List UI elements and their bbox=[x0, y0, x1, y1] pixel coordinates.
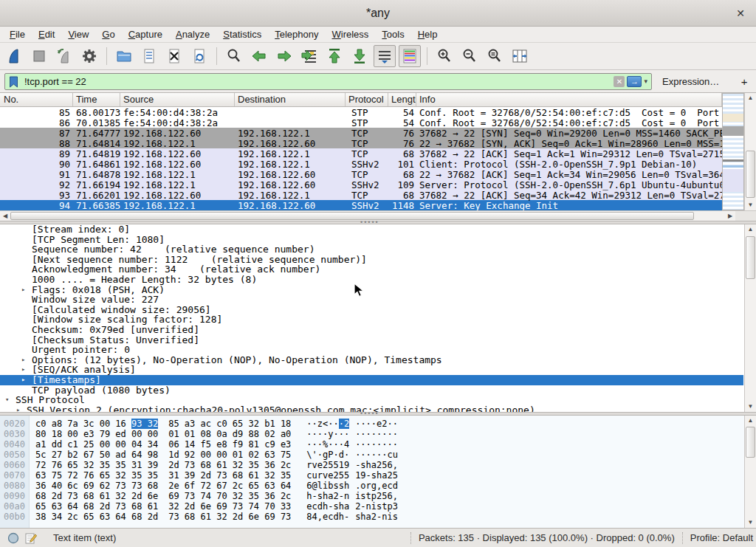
restart-capture-button[interactable] bbox=[53, 45, 75, 67]
expression-button[interactable]: Expression… bbox=[662, 76, 719, 87]
expand-arrow-icon[interactable] bbox=[21, 325, 32, 335]
capture-comment-icon[interactable] bbox=[25, 532, 37, 544]
menu-item[interactable]: Help bbox=[411, 27, 444, 43]
detail-line[interactable]: ▸Options: (12 bytes), No-Operation (NOP)… bbox=[0, 355, 756, 365]
column-header-destination[interactable]: Destination bbox=[235, 93, 346, 106]
hex-bytes[interactable]: 1d 92 00 00 01 02 63 75 bbox=[168, 450, 291, 460]
hex-ascii[interactable]: -sha256, bbox=[355, 460, 398, 470]
scroll-up-arrow[interactable]: ▲ bbox=[745, 224, 756, 235]
menu-item[interactable]: Analyze bbox=[169, 27, 216, 43]
hex-row[interactable]: 00a065 63 64 68 2d 73 68 6132 2d 6e 69 7… bbox=[0, 501, 398, 512]
packet-minimap[interactable] bbox=[722, 93, 744, 210]
expert-info-icon[interactable] bbox=[7, 532, 19, 544]
scrollbar-thumb[interactable] bbox=[746, 151, 755, 198]
hex-bytes[interactable]: 06 14 f5 e8 f9 81 c9 e3 bbox=[168, 439, 291, 450]
zoom-out-button[interactable] bbox=[458, 45, 481, 67]
expand-arrow-icon[interactable] bbox=[21, 244, 32, 255]
hex-bytes[interactable]: 85 a3 ac c0 65 32 b1 18 bbox=[168, 419, 291, 429]
hex-bytes-highlighted[interactable]: 93 32 bbox=[131, 419, 158, 429]
hex-row[interactable]: 008036 40 6c 69 62 73 73 682e 6f 72 67 2… bbox=[0, 481, 398, 491]
go-to-bottom-button[interactable] bbox=[348, 45, 371, 67]
reload-file-button[interactable] bbox=[188, 45, 210, 67]
start-capture-button[interactable] bbox=[3, 45, 25, 67]
expand-arrow-icon[interactable]: ▸ bbox=[21, 355, 32, 365]
hex-ascii[interactable]: ····e2·· bbox=[355, 419, 398, 429]
scroll-right-arrow[interactable]: ▶ bbox=[725, 211, 735, 221]
packet-row[interactable]: 93 71.662015274 192.168.122.60 192.168.1… bbox=[0, 190, 722, 200]
packet-row[interactable]: 85 68.001734936 fe:54:00:d4:38:2a STP 54… bbox=[0, 107, 722, 117]
detail-line[interactable]: [Checksum Status: Unverified] bbox=[0, 335, 756, 345]
hex-bytes[interactable]: 72 76 65 32 35 35 31 39 bbox=[35, 460, 158, 470]
menu-item[interactable]: Capture bbox=[122, 27, 169, 43]
detail-line[interactable]: [Window size scaling factor: 128] bbox=[0, 314, 756, 325]
hex-ascii[interactable]: ··z<·· bbox=[306, 419, 338, 429]
filter-bookmark-icon[interactable] bbox=[9, 76, 18, 91]
scrollbar-thumb[interactable] bbox=[10, 212, 694, 220]
packet-row[interactable]: 91 71.648789678 192.168.122.1 192.168.12… bbox=[0, 169, 722, 179]
expand-arrow-icon[interactable] bbox=[21, 264, 32, 275]
hex-row[interactable]: 003080 18 00 e3 79 ed 00 0001 01 08 0a d… bbox=[0, 429, 398, 439]
go-back-button[interactable] bbox=[248, 45, 270, 67]
hex-ascii[interactable]: .org,ecd bbox=[355, 481, 398, 491]
column-header-length[interactable]: Length bbox=[388, 93, 416, 106]
colorize-packets-button[interactable] bbox=[399, 45, 421, 67]
hex-bytes[interactable]: 73 68 61 32 2d 6e 69 73 bbox=[168, 512, 291, 522]
hex-bytes[interactable]: 32 2d 6e 69 73 74 70 33 bbox=[168, 501, 291, 512]
hex-bytes[interactable]: 5c 27 b2 67 50 ad 64 98 bbox=[35, 450, 158, 460]
hex-bytes[interactable]: 36 40 6c 69 62 73 73 68 bbox=[35, 481, 158, 491]
detail-line[interactable]: Acknowledgment number: 34 (relative ack … bbox=[0, 264, 756, 275]
zoom-in-button[interactable] bbox=[433, 45, 456, 67]
expand-arrow-icon[interactable]: ▸ bbox=[16, 405, 27, 412]
expand-arrow-icon[interactable]: ▸ bbox=[21, 285, 32, 295]
column-header-time[interactable]: Time bbox=[73, 93, 120, 106]
go-forward-button[interactable] bbox=[273, 45, 295, 67]
hex-ascii[interactable]: curve255 bbox=[306, 470, 349, 481]
detail-line[interactable]: TCP payload (1080 bytes) bbox=[0, 385, 756, 396]
expand-arrow-icon[interactable] bbox=[21, 345, 32, 355]
filter-clear-button[interactable]: ✕ bbox=[614, 76, 625, 87]
scroll-up-arrow[interactable]: ▲ bbox=[745, 416, 756, 426]
detail-line[interactable]: 1000 .... = Header Length: 32 bytes (8) bbox=[0, 275, 756, 285]
hex-ascii-highlighted[interactable]: ·2 bbox=[339, 419, 349, 429]
detail-line[interactable]: [TCP Segment Len: 1080] bbox=[0, 235, 756, 245]
hex-row[interactable]: 0040a1 dd c1 25 00 00 04 3406 14 f5 e8 f… bbox=[0, 439, 398, 450]
hex-bytes[interactable]: 69 73 74 70 32 35 36 2c bbox=[168, 491, 291, 501]
auto-scroll-button[interactable] bbox=[374, 45, 396, 67]
hex-bytes[interactable]: 2e 6f 72 67 2c 65 63 64 bbox=[168, 481, 291, 491]
expand-arrow-icon[interactable] bbox=[21, 235, 32, 245]
add-filter-button[interactable]: + bbox=[737, 75, 752, 88]
packet-row[interactable]: 88 71.648146932 192.168.122.1 192.168.12… bbox=[0, 138, 722, 148]
capture-options-button[interactable] bbox=[78, 45, 100, 67]
close-file-button[interactable] bbox=[163, 45, 185, 67]
column-header-info[interactable]: Info bbox=[416, 93, 722, 106]
scrollbar-thumb[interactable] bbox=[746, 236, 755, 279]
menu-item[interactable]: Telephony bbox=[268, 27, 325, 43]
open-file-button[interactable] bbox=[113, 45, 135, 67]
hex-row[interactable]: 006072 76 65 32 35 35 31 392d 73 68 61 3… bbox=[0, 460, 398, 470]
column-header-protocol[interactable]: Protocol bbox=[346, 93, 388, 106]
expand-arrow-icon[interactable] bbox=[21, 335, 32, 345]
hex-ascii[interactable]: ···%···4 bbox=[306, 439, 349, 450]
detail-line[interactable]: [Calculated window size: 29056] bbox=[0, 305, 756, 315]
expand-arrow-icon[interactable]: ▾ bbox=[5, 395, 16, 405]
stop-capture-button[interactable] bbox=[28, 45, 50, 67]
scroll-up-arrow[interactable]: ▲ bbox=[745, 93, 756, 103]
filter-history-dropdown[interactable]: ▾ bbox=[644, 78, 647, 85]
expand-arrow-icon[interactable] bbox=[21, 224, 32, 235]
scroll-down-arrow[interactable]: ▼ bbox=[745, 402, 756, 412]
menu-item[interactable]: Go bbox=[95, 27, 121, 43]
hex-ascii[interactable]: ········ bbox=[355, 439, 398, 450]
hex-ascii[interactable]: \'·gP·d· bbox=[306, 450, 349, 460]
resize-columns-button[interactable] bbox=[509, 45, 531, 67]
hex-bytes[interactable]: 01 01 08 0a d9 88 02 a0 bbox=[168, 429, 291, 439]
packet-row[interactable]: 92 71.661949820 192.168.122.1 192.168.12… bbox=[0, 179, 722, 190]
menu-item[interactable]: Edit bbox=[32, 27, 61, 43]
hex-ascii[interactable]: ecdh-sha bbox=[306, 501, 349, 512]
hex-bytes[interactable]: a1 dd c1 25 00 00 04 34 bbox=[35, 439, 158, 450]
packet-row[interactable]: 94 71.663856741 192.168.122.1 192.168.12… bbox=[0, 200, 722, 210]
expand-arrow-icon[interactable] bbox=[21, 305, 32, 315]
expand-arrow-icon[interactable] bbox=[21, 314, 32, 325]
packet-row[interactable]: 87 71.647777234 192.168.122.60 192.168.1… bbox=[0, 128, 722, 138]
menu-item[interactable]: File bbox=[3, 27, 32, 43]
profile-selector[interactable]: Profile: Default bbox=[690, 532, 753, 543]
